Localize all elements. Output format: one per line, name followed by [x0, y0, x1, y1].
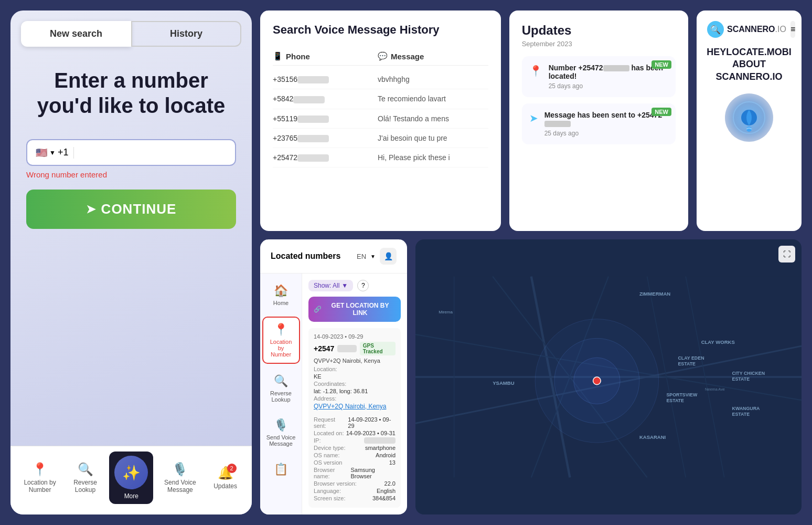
col-header-message: 💬 Message — [378, 51, 488, 61]
svg-text:CLAY WORKS: CLAY WORKS — [701, 339, 735, 345]
top-row: Search Voice Message History 📱 Phone 💬 M… — [260, 10, 802, 231]
reports-icon: 📋 — [274, 463, 288, 476]
filter-row: Show: All ▼ ? — [308, 280, 401, 291]
svg-text:ESTATE: ESTATE — [732, 376, 750, 382]
nav-label-reverse: ReverseLookup — [73, 479, 97, 494]
record-row-location: Location: — [314, 366, 396, 372]
updates-title: Updates — [522, 23, 676, 38]
tab-new-search[interactable]: New search — [21, 21, 131, 47]
scannero-logo: 🔍 SCANNERO.IO — [707, 21, 786, 38]
chevron-icon: ▼ — [370, 254, 376, 259]
record-row-ke: KE — [314, 373, 396, 380]
sidebar-label-location: Location by Number — [268, 339, 295, 358]
tab-bar: New search History — [10, 10, 252, 52]
svg-point-17 — [593, 377, 601, 385]
phone-col-icon: 📱 — [273, 51, 283, 61]
record-row-ip: IP: — [314, 437, 396, 444]
continue-button[interactable]: ➤ CONTINUE — [26, 190, 236, 229]
update-body: Number +25472 has been located! 25 days … — [549, 64, 668, 90]
svg-text:KASARANI: KASARANI — [639, 434, 666, 440]
scannero-name: SCANNERO.IO — [727, 25, 786, 34]
svg-text:YSAMBU: YSAMBU — [493, 380, 514, 386]
record-row-os-ver: OS version 13 — [314, 459, 396, 466]
updates-panel: Updates September 2023 NEW 📍 Number +254… — [509, 10, 688, 231]
help-button[interactable]: ? — [357, 280, 369, 291]
record-row-located-on: Located on: 14-09-2023 • 09-31 — [314, 430, 396, 436]
map-svg: ZIMMERMAN CLAY WORKS CLAY EDEN ESTATE SP… — [415, 239, 802, 514]
location-pin-icon: 📍 — [529, 65, 542, 77]
cell-phone: +5842 — [273, 94, 378, 103]
cell-phone: +35156 — [273, 75, 378, 83]
continue-label: CONTINUE — [101, 201, 177, 217]
voice-history-panel: Search Voice Message History 📱 Phone 💬 M… — [260, 10, 501, 231]
reverse-icon: 🔍 — [274, 374, 288, 388]
update-time-2: 25 days ago — [544, 130, 668, 137]
phone-main-content: Enter a number you'd like to locate 🇺🇸 ▼… — [10, 52, 252, 446]
sidebar-label-voice: Send Voice Message — [266, 434, 296, 447]
phone-app-title: Enter a number you'd like to locate — [26, 68, 236, 118]
nav-more[interactable]: ✨ More — [109, 452, 153, 504]
show-all-button[interactable]: Show: All ▼ — [308, 280, 353, 291]
cell-message: Te recomiendo lavart — [378, 94, 488, 103]
svg-text:Neema Ave: Neema Ave — [705, 387, 725, 392]
svg-text:ESTATE: ESTATE — [732, 412, 750, 417]
get-location-button[interactable]: 🔗 GET LOCATION BY LINK — [308, 297, 401, 322]
bottom-row: Located numbers EN ▼ 👤 🏠 Home — [260, 239, 802, 514]
sidebar-voice[interactable]: 🎙️ Send Voice Message — [262, 413, 300, 452]
cell-phone: +25472 — [273, 153, 378, 162]
record-row-browser-ver: Browser version: 22.0 — [314, 480, 396, 487]
record-row-address-link[interactable]: QVPV+2Q Nairobi, Kenya — [314, 403, 396, 410]
nav-label-updates: Updates — [213, 482, 237, 490]
tab-history[interactable]: History — [131, 21, 241, 47]
update-text-2: Message has been sent to +25472 — [544, 111, 668, 128]
sidebar-label-home: Home — [273, 300, 289, 306]
voice-icon: 🎙️ — [172, 462, 188, 476]
new-badge: NEW — [651, 60, 671, 69]
nav-updates[interactable]: 🔔 2 Updates — [207, 461, 244, 494]
nav-location-by-number[interactable]: 📍 Location byNumber — [18, 458, 61, 498]
sidebar-home[interactable]: 🏠 Home — [262, 279, 300, 311]
table-row: +23765 J'ai besoin que tu pre — [273, 129, 488, 148]
new-badge-2: NEW — [651, 108, 671, 116]
cell-phone: +23765 — [273, 134, 378, 142]
sidebar-nav: 🏠 Home 📍 Location by Number 🔍 Reverse Lo… — [260, 274, 302, 514]
nav-reverse-lookup[interactable]: 🔍 ReverseLookup — [67, 458, 104, 498]
country-selector[interactable]: 🇺🇸 ▼ +1 — [36, 147, 74, 159]
lang-selector[interactable]: EN — [357, 253, 366, 260]
record-row-device: Device type: smartphone — [314, 445, 396, 451]
located-numbers-title: Located numbers — [271, 251, 340, 261]
scannero-header: 🔍 SCANNERO.IO ≡ — [707, 21, 791, 38]
cell-phone: +55119 — [273, 114, 378, 123]
scannero-panel: 🔍 SCANNERO.IO ≡ HEYLOCATE.MOBI ABOUT SCA… — [697, 10, 802, 231]
voice-icon: 🎙️ — [274, 418, 288, 432]
update-text: Number +25472 has been located! — [549, 64, 668, 80]
table-row: +25472 Hi, Please pick these i — [273, 148, 488, 167]
gps-badge: GPS Tracked — [360, 342, 396, 355]
menu-icon[interactable]: ≡ — [790, 21, 795, 38]
sidebar-reports[interactable]: 📋 — [262, 457, 300, 481]
record-phone: +2547 GPS Tracked — [314, 342, 396, 355]
sidebar-location[interactable]: 📍 Location by Number — [262, 317, 300, 364]
nav-voice-message[interactable]: 🎙️ Send VoiceMessage — [159, 458, 201, 498]
svg-text:ZIMMERMAN: ZIMMERMAN — [639, 291, 670, 297]
located-content: Show: All ▼ ? 🔗 GET LOCATION BY LINK 14-… — [302, 274, 407, 514]
sidebar-label-reverse: Reverse Lookup — [266, 390, 296, 403]
located-header: Located numbers EN ▼ 👤 — [260, 239, 407, 274]
phone-input-row: 🇺🇸 ▼ +1 — [26, 139, 236, 166]
sidebar-reverse[interactable]: 🔍 Reverse Lookup — [262, 369, 300, 408]
phone-number-input[interactable] — [79, 146, 227, 159]
bottom-nav: 📍 Location byNumber 🔍 ReverseLookup ✨ Mo… — [10, 446, 252, 514]
record-row-browser: Browser name: Samsung Browser — [314, 467, 396, 479]
arrow-icon: ➤ — [86, 203, 96, 216]
table-row: +55119 Olá! Testando a mens — [273, 109, 488, 129]
fullscreen-button[interactable]: ⛶ — [778, 246, 795, 262]
record-row-lang: Language: English — [314, 488, 396, 494]
user-menu-icon[interactable]: 👤 — [380, 248, 397, 265]
location-record: 14-09-2023 • 09-29 +2547 GPS Tracked QVP… — [308, 328, 401, 508]
nav-label-voice: Send VoiceMessage — [164, 479, 196, 494]
phone-app-panel: New search History Enter a number you'd … — [10, 10, 252, 514]
svg-text:CITY CHICKEN: CITY CHICKEN — [732, 371, 765, 376]
message-col-icon: 💬 — [378, 51, 388, 61]
update-body-2: Message has been sent to +25472 25 days … — [544, 111, 668, 137]
svg-text:KWANGURA: KWANGURA — [732, 406, 761, 411]
